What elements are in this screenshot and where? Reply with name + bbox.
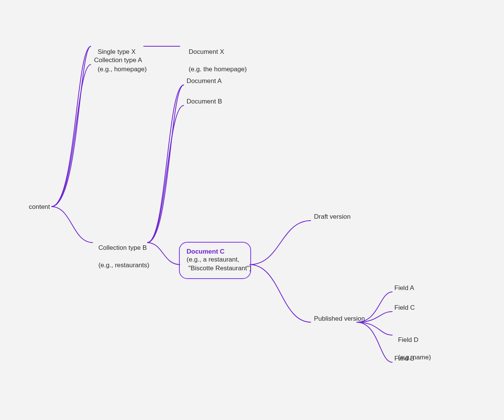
node-collection-type-b-line1: Collection type B (98, 244, 147, 251)
node-document-x: Document X (e.g. the homepage) (185, 39, 247, 74)
node-collection-type-b-line2: (e.g., restaurants) (98, 262, 149, 269)
node-single-type-x-line2: (e.g., homepage) (97, 66, 146, 73)
node-document-b: Document B (187, 97, 222, 106)
node-single-type-x-line1: Single type X (97, 48, 135, 55)
node-collection-type-a: Collection type A (94, 56, 142, 65)
node-document-c-title: Document C (187, 248, 243, 255)
node-field-a: Field A (394, 284, 414, 293)
node-document-c: Document C (e.g., a restaurant, "Biscott… (179, 242, 251, 279)
node-draft-version: Draft version (314, 213, 350, 221)
node-field-d-line1: Field D (398, 336, 418, 343)
node-collection-type-b: Collection type B (e.g., restaurants) (95, 235, 149, 270)
node-document-c-sub: (e.g., a restaurant, "Biscotte Restauran… (187, 255, 243, 273)
node-field-b: Field B (394, 354, 415, 363)
node-content: content (29, 203, 50, 212)
node-document-a: Document A (187, 77, 222, 86)
node-document-x-line1: Document X (188, 48, 224, 55)
node-document-x-line2: (e.g. the homepage) (188, 66, 247, 73)
node-field-c: Field C (394, 304, 415, 312)
node-published-version: Published version (314, 315, 365, 323)
